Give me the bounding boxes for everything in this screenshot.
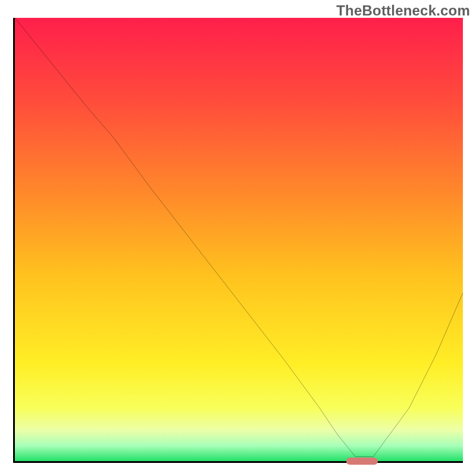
bottleneck-curve [15, 18, 463, 461]
optimal-range-marker [346, 458, 378, 465]
chart-frame: TheBottleneck.com [0, 0, 476, 476]
watermark-text: TheBottleneck.com [336, 2, 470, 19]
plot-area [13, 18, 463, 463]
